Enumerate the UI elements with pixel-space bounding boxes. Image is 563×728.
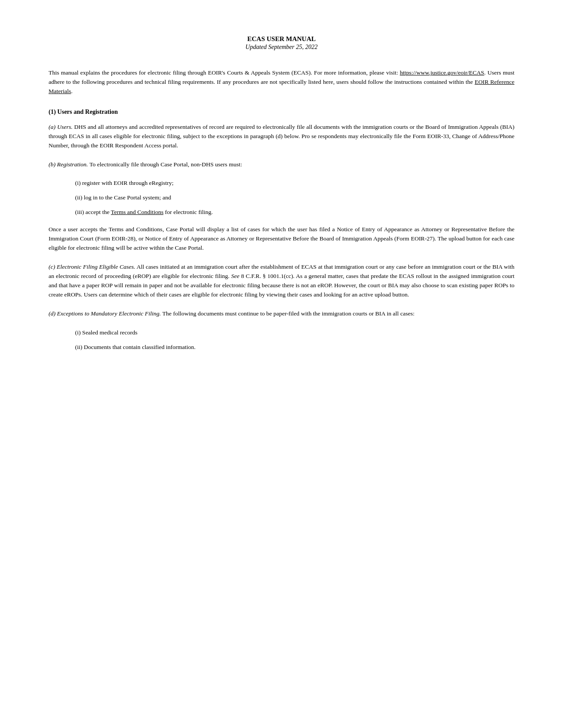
document-title: ECAS USER MANUAL [49,35,514,43]
list-item-d-i: (i) Sealed medical records [75,328,514,338]
list-b-iii-before: (iii) accept the [75,209,111,215]
subsec-d-paragraph: (d) Exceptions to Mandatory Electronic F… [49,309,514,319]
title-section: ECAS USER MANUAL Updated September 25, 2… [49,35,514,51]
subsec-d-label: (d) Exceptions to Mandatory Electronic F… [49,310,161,317]
intro-paragraph: This manual explains the procedures for … [49,68,514,96]
subsec-b-text: To electronically file through Case Port… [88,161,242,168]
subsec-a-label: (a) Users. [49,124,72,130]
list-b-section: (i) register with EOIR through eRegistry… [49,179,514,217]
list-d-section: (i) Sealed medical records (ii) Document… [49,328,514,352]
list-item-b-ii: (ii) log in to the Case Portal system; a… [75,193,514,203]
document-subtitle: Updated September 25, 2022 [49,44,514,51]
terms-conditions-link[interactable]: Terms and Conditions [111,209,163,215]
subsec-b-paragraph: (b) Registration. To electronically file… [49,160,514,169]
list-item-d-ii: (ii) Documents that contain classified i… [75,343,514,352]
list-item-b-i: (i) register with EOIR through eRegistry… [75,179,514,188]
section-1-heading: (1) Users and Registration [49,109,514,116]
subsec-b-label: (b) Registration. [49,161,88,168]
document-page: ECAS USER MANUAL Updated September 25, 2… [0,0,563,728]
subsec-a-paragraph: (a) Users. DHS and all attorneys and acc… [49,123,514,150]
para-after-list-b: Once a user accepts the Terms and Condit… [49,225,514,253]
subsec-c-paragraph: (c) Electronic Filing Eligible Cases. Al… [49,263,514,300]
subsec-d-text: The following documents must continue to… [161,310,414,317]
intro-text-3: . [71,88,72,94]
list-b-iii-after: for electronic filing. [163,209,213,215]
subsec-a-text: DHS and all attorneys and accredited rep… [49,124,514,149]
list-item-b-iii: (iii) accept the Terms and Conditions fo… [75,208,514,217]
intro-text-1: This manual explains the procedures for … [49,69,400,76]
subsec-c-label: (c) Electronic Filing Eligible Cases. [49,263,135,270]
ecas-link[interactable]: https://www.justice.gov/eoir/ECAS [400,69,484,76]
